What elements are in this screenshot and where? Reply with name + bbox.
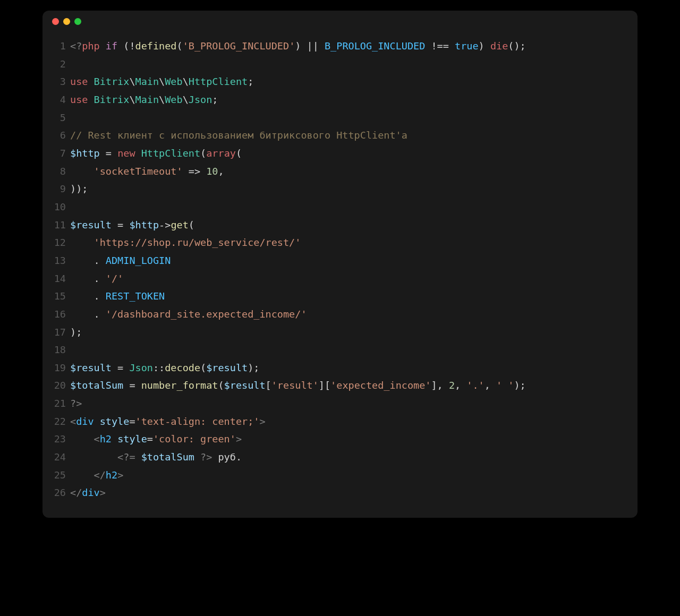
line-number: 19 [53,359,70,377]
code-line: 25 </h2> [53,466,627,484]
code-line: 26</div> [53,484,627,502]
code-line: 24 <?= $totalSum ?> руб. [53,448,627,466]
code-content: $result = $http->get( [70,216,194,234]
code-content: </div> [70,484,106,502]
line-number: 26 [53,484,70,502]
line-number: 21 [53,395,70,413]
code-line: 10 [53,198,627,216]
code-content: . ADMIN_LOGIN [70,252,171,270]
code-editor[interactable]: 1<?php if (!defined('B_PROLOG_INCLUDED')… [42,32,638,518]
line-number: 8 [53,162,70,181]
code-content: use Bitrix\Main\Web\Json; [70,91,218,109]
code-content: <?= $totalSum ?> руб. [70,448,242,466]
code-content: )); [70,180,88,198]
code-content: use Bitrix\Main\Web\HttpClient; [70,73,253,91]
code-line: 18 [53,341,627,359]
code-line: 19$result = Json::decode($result); [53,359,627,377]
code-line: 20$totalSum = number_format($result['res… [53,377,627,395]
code-line: 4use Bitrix\Main\Web\Json; [53,91,627,109]
maximize-icon[interactable] [74,18,81,25]
line-number: 13 [53,252,70,270]
code-line: 8 'socketTimeout' => 10, [53,162,627,181]
line-number: 10 [53,198,70,216]
code-line: 11$result = $http->get( [53,216,627,234]
code-content: $totalSum = number_format($result['resul… [70,377,526,395]
code-content: . '/dashboard_site.expected_income/' [70,305,307,323]
line-number: 5 [53,109,70,127]
line-number: 6 [53,126,70,144]
line-number: 23 [53,430,70,448]
line-number: 2 [53,55,70,73]
code-line: 12 'https://shop.ru/web_service/rest/' [53,234,627,252]
line-number: 1 [53,37,70,55]
code-content: ?> [70,395,82,413]
code-line: 17); [53,323,627,341]
line-number: 15 [53,287,70,305]
code-line: 9)); [53,180,627,198]
close-icon[interactable] [52,18,59,25]
code-line: 13 . ADMIN_LOGIN [53,252,627,270]
code-window: 1<?php if (!defined('B_PROLOG_INCLUDED')… [42,11,638,518]
line-number: 16 [53,305,70,323]
code-line: 23 <h2 style='color: green'> [53,430,627,448]
line-number: 11 [53,216,70,234]
code-content: ); [70,323,82,341]
code-line: 3use Bitrix\Main\Web\HttpClient; [53,73,627,91]
code-line: 15 . REST_TOKEN [53,287,627,305]
code-content: $result = Json::decode($result); [70,359,259,377]
line-number: 25 [53,466,70,484]
code-line: 1<?php if (!defined('B_PROLOG_INCLUDED')… [53,37,627,55]
code-content: </h2> [70,466,123,484]
code-line: 16 . '/dashboard_site.expected_income/' [53,305,627,323]
line-number: 7 [53,144,70,162]
code-line: 2 [53,55,627,73]
code-line: 22<div style='text-align: center;'> [53,413,627,431]
code-line: 7$http = new HttpClient(array( [53,144,627,162]
line-number: 9 [53,180,70,198]
code-line: 6// Rest клиент с использованием битрикс… [53,126,627,144]
code-content: . '/' [70,270,123,288]
line-number: 17 [53,323,70,341]
code-line: 21?> [53,395,627,413]
code-content: . REST_TOKEN [70,287,165,305]
code-line: 5 [53,109,627,127]
line-number: 14 [53,270,70,288]
line-number: 18 [53,341,70,359]
code-content: $http = new HttpClient(array( [70,144,242,162]
line-number: 24 [53,448,70,466]
line-number: 20 [53,377,70,395]
line-number: 12 [53,234,70,252]
line-number: 3 [53,73,70,91]
code-content: // Rest клиент с использованием битриксо… [70,126,407,144]
minimize-icon[interactable] [63,18,70,25]
code-content: 'socketTimeout' => 10, [70,162,224,181]
code-content: <h2 style='color: green'> [70,430,242,448]
code-content: 'https://shop.ru/web_service/rest/' [70,234,301,252]
code-content: <?php if (!defined('B_PROLOG_INCLUDED') … [70,37,526,55]
code-line: 14 . '/' [53,270,627,288]
code-content: <div style='text-align: center;'> [70,413,266,431]
line-number: 4 [53,91,70,109]
titlebar [42,11,638,32]
line-number: 22 [53,413,70,431]
